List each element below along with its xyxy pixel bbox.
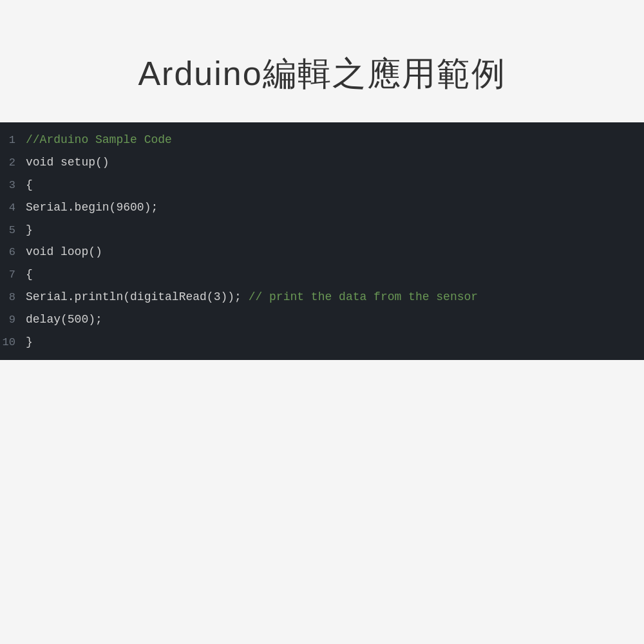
title-section: Arduino編輯之應用範例 — [0, 0, 644, 122]
line-content: } — [26, 220, 33, 240]
line-number: 7 — [0, 266, 26, 285]
code-line: 7{ — [0, 263, 644, 286]
line-number: 2 — [0, 154, 26, 173]
line-content: } — [26, 332, 33, 352]
code-line: 1//Arduino Sample Code — [0, 129, 644, 151]
code-line: 10} — [0, 331, 644, 354]
line-number: 4 — [0, 199, 26, 218]
line-number: 6 — [0, 243, 26, 262]
code-line: 8 Serial.println(digitalRead(3)); // pri… — [0, 286, 644, 308]
line-content: void loop() — [26, 242, 102, 262]
line-content: { — [26, 265, 33, 285]
line-number: 5 — [0, 222, 26, 240]
line-content: delay(500); — [26, 310, 102, 330]
code-line: 9 delay(500); — [0, 308, 644, 331]
line-content: //Arduino Sample Code — [26, 130, 172, 150]
line-number: 3 — [0, 176, 26, 195]
line-number: 9 — [0, 311, 26, 330]
line-content: Serial.begin(9600); — [26, 198, 158, 218]
line-content: Serial.println(digitalRead(3)); // print… — [26, 287, 478, 307]
line-number: 1 — [0, 131, 26, 150]
code-line: 5} — [0, 219, 644, 242]
code-block-container: 1//Arduino Sample Code2void setup()3{4 S… — [0, 122, 644, 360]
line-content: void setup() — [26, 153, 109, 173]
code-block: 1//Arduino Sample Code2void setup()3{4 S… — [0, 122, 644, 360]
code-line: 2void setup() — [0, 151, 644, 174]
code-line: 6void loop() — [0, 241, 644, 263]
line-content: { — [26, 175, 33, 195]
code-line: 3{ — [0, 174, 644, 196]
code-line: 4 Serial.begin(9600); — [0, 196, 644, 219]
line-number: 10 — [0, 334, 26, 352]
page-title: Arduino編輯之應用範例 — [138, 52, 506, 97]
line-number: 8 — [0, 289, 26, 307]
page-container: Arduino編輯之應用範例 1//Arduino Sample Code2vo… — [0, 0, 644, 644]
